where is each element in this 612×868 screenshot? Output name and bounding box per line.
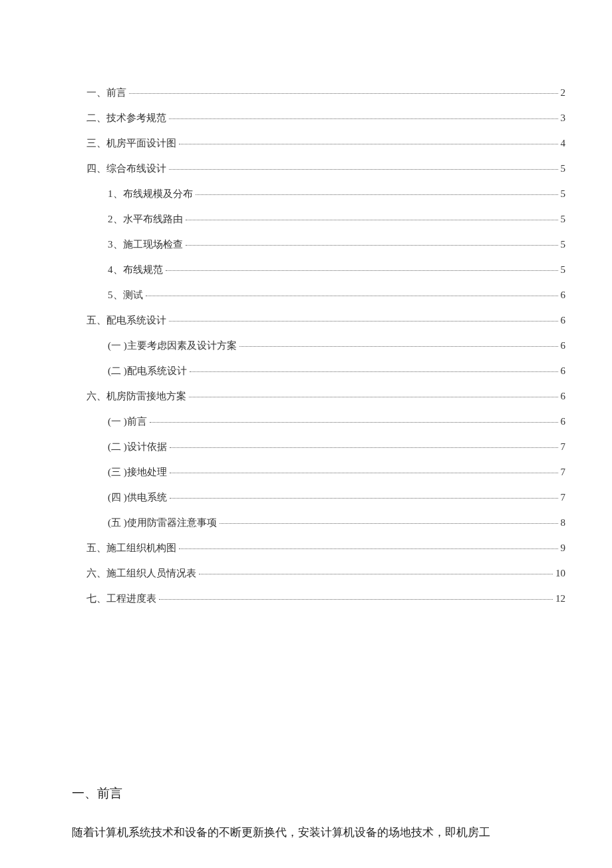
- toc-entry-label: 3、施工现场检查: [108, 238, 183, 251]
- toc-entry-label: 5、测试: [108, 289, 143, 302]
- toc-entry-page: 3: [561, 112, 566, 124]
- toc-entry[interactable]: 七、工程进度表12: [86, 592, 565, 605]
- toc-leader-dots: [170, 473, 558, 473]
- toc-entry-label: 一、前言: [86, 87, 126, 99]
- toc-leader-dots: [169, 169, 558, 170]
- toc-entry[interactable]: 5、测试6: [86, 289, 565, 302]
- toc-entry-page: 4: [561, 138, 566, 149]
- toc-entry[interactable]: (二 )设计依据7: [86, 441, 565, 453]
- toc-leader-dots: [196, 194, 558, 195]
- toc-entry-page: 2: [561, 87, 566, 99]
- toc-entry[interactable]: 六、机房防雷接地方案6: [86, 390, 565, 403]
- toc-leader-dots: [220, 523, 558, 524]
- toc-entry-label: 五、配电系统设计: [86, 314, 166, 327]
- toc-entry-page: 5: [561, 188, 566, 200]
- toc-leader-dots: [129, 93, 558, 94]
- toc-entry-label: (四 )供电系统: [108, 491, 167, 504]
- toc-entry-page: 6: [561, 315, 566, 326]
- toc-entry-label: (二 )配电系统设计: [108, 365, 187, 377]
- toc-entry-page: 12: [555, 593, 565, 604]
- toc-entry[interactable]: 五、施工组织机构图9: [86, 542, 565, 554]
- toc-entry-label: 1、布线规模及分布: [108, 188, 193, 200]
- toc-entry-page: 5: [561, 214, 566, 225]
- toc-entry[interactable]: (二 )配电系统设计6: [86, 365, 565, 377]
- toc-entry[interactable]: (四 )供电系统7: [86, 491, 565, 504]
- toc-entry-page: 5: [561, 239, 566, 250]
- toc-leader-dots: [166, 270, 558, 271]
- toc-leader-dots: [186, 245, 558, 246]
- toc-entry-label: 五、施工组织机构图: [86, 542, 176, 554]
- section-heading-preface: 一、前言: [72, 785, 565, 802]
- toc-entry-label: (二 )设计依据: [108, 441, 167, 453]
- toc-entry-page: 6: [561, 365, 566, 377]
- toc-leader-dots: [146, 296, 558, 296]
- toc-entry[interactable]: (一 )前言6: [86, 415, 565, 428]
- toc-leader-dots: [170, 447, 558, 448]
- toc-entry-label: 四、综合布线设计: [86, 162, 166, 175]
- toc-leader-dots: [199, 574, 553, 574]
- toc-entry[interactable]: 1、布线规模及分布5: [86, 188, 565, 200]
- toc-entry-label: 2、水平布线路由: [108, 213, 183, 226]
- toc-entry-page: 9: [561, 542, 566, 554]
- toc-entry-page: 8: [561, 517, 566, 529]
- toc-entry-label: (五 )使用防雷器注意事项: [108, 517, 217, 529]
- toc-entry[interactable]: 三、机房平面设计图4: [86, 137, 565, 150]
- toc-entry[interactable]: 2、水平布线路由5: [86, 213, 565, 226]
- toc-entry-label: (一 )前言: [108, 415, 147, 428]
- toc-leader-dots: [189, 397, 558, 397]
- toc-entry[interactable]: 二、技术参考规范3: [86, 112, 565, 124]
- toc-entry-label: 4、布线规范: [108, 264, 163, 276]
- toc-entry[interactable]: 六、施工组织人员情况表10: [86, 567, 565, 580]
- toc-leader-dots: [169, 321, 558, 322]
- toc-entry-label: 二、技术参考规范: [86, 112, 166, 124]
- body-paragraph: 随着计算机系统技术和设备的不断更新换代，安装计算机设备的场地技术，即机房工: [72, 822, 565, 843]
- toc-entry[interactable]: 五、配电系统设计6: [86, 314, 565, 327]
- toc-leader-dots: [169, 118, 558, 119]
- toc-leader-dots: [239, 346, 558, 347]
- toc-leader-dots: [179, 144, 558, 144]
- toc-entry[interactable]: 四、综合布线设计5: [86, 162, 565, 175]
- toc-entry-label: (三 )接地处理: [108, 466, 167, 479]
- toc-entry-page: 5: [561, 264, 566, 276]
- toc-entry[interactable]: 4、布线规范5: [86, 264, 565, 276]
- toc-entry-label: (一 )主要考虑因素及设计方案: [108, 339, 237, 352]
- table-of-contents: 一、前言2二、技术参考规范3三、机房平面设计图4四、综合布线设计51、布线规模及…: [86, 87, 565, 605]
- toc-entry-page: 6: [561, 290, 566, 301]
- toc-entry-label: 六、施工组织人员情况表: [86, 567, 196, 580]
- toc-leader-dots: [179, 548, 558, 549]
- toc-entry-page: 7: [561, 492, 566, 503]
- toc-leader-dots: [150, 422, 558, 423]
- toc-entry[interactable]: (五 )使用防雷器注意事项8: [86, 517, 565, 529]
- toc-entry[interactable]: 一、前言2: [86, 87, 565, 99]
- toc-entry[interactable]: 3、施工现场检查5: [86, 238, 565, 251]
- toc-entry-page: 6: [561, 340, 566, 351]
- toc-entry-page: 10: [555, 568, 565, 579]
- toc-leader-dots: [186, 220, 558, 220]
- toc-leader-dots: [190, 371, 558, 372]
- toc-entry-label: 三、机房平面设计图: [86, 137, 176, 150]
- toc-leader-dots: [159, 599, 553, 600]
- toc-entry-page: 6: [561, 416, 566, 427]
- toc-entry[interactable]: (一 )主要考虑因素及设计方案6: [86, 339, 565, 352]
- toc-entry-page: 7: [561, 441, 566, 453]
- toc-entry[interactable]: (三 )接地处理7: [86, 466, 565, 479]
- toc-entry-page: 5: [561, 163, 566, 174]
- toc-entry-page: 7: [561, 467, 566, 478]
- toc-entry-page: 6: [561, 391, 566, 402]
- toc-entry-label: 六、机房防雷接地方案: [86, 390, 186, 403]
- toc-entry-label: 七、工程进度表: [86, 592, 156, 605]
- toc-leader-dots: [170, 498, 558, 499]
